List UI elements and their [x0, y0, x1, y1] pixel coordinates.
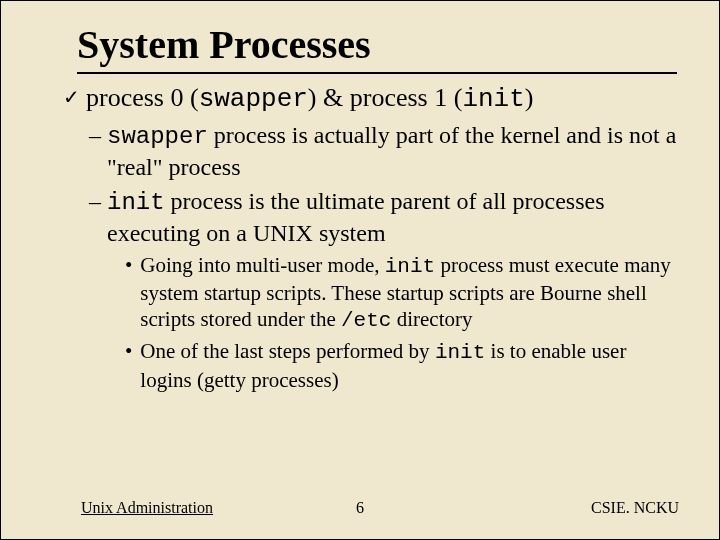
- bullet-level1: ✓ process 0 (swapper) & process 1 (init): [63, 82, 679, 116]
- text: process is the ultimate parent of all pr…: [107, 188, 604, 246]
- footer-left: Unix Administration: [81, 499, 213, 517]
- slide-content: System Processes ✓ process 0 (swapper) &…: [1, 1, 719, 393]
- bullet3b-text: One of the last steps performed by init …: [140, 338, 679, 393]
- bullet-level2: – swapper process is actually part of th…: [89, 120, 679, 182]
- bullet3a-text: Going into multi-user mode, init process…: [140, 252, 679, 335]
- text: ) & process 1 (: [308, 83, 463, 112]
- text: directory: [391, 307, 472, 331]
- text: process 0 (: [86, 83, 199, 112]
- code: swapper: [107, 123, 208, 150]
- code: init: [385, 255, 435, 278]
- dash-icon: –: [89, 120, 101, 151]
- bullet-level2: – init process is the ultimate parent of…: [89, 186, 679, 248]
- bullet1-text: process 0 (swapper) & process 1 (init): [86, 82, 533, 116]
- bullet-dot-icon: •: [125, 338, 132, 365]
- dash-icon: –: [89, 186, 101, 217]
- bullet2a-text: swapper process is actually part of the …: [107, 120, 679, 182]
- text: ): [525, 83, 534, 112]
- code: /etc: [341, 309, 391, 332]
- slide: System Processes ✓ process 0 (swapper) &…: [0, 0, 720, 540]
- bullet-level3: • Going into multi-user mode, init proce…: [125, 252, 679, 335]
- checkmark-icon: ✓: [63, 82, 80, 112]
- bullet-level3: • One of the last steps performed by ini…: [125, 338, 679, 393]
- text: Going into multi-user mode,: [140, 253, 384, 277]
- slide-footer: Unix Administration 6 CSIE. NCKU: [1, 499, 719, 517]
- footer-right: CSIE. NCKU: [591, 499, 679, 517]
- code: init: [435, 341, 485, 364]
- slide-title: System Processes: [77, 21, 679, 68]
- bullet2b-text: init process is the ultimate parent of a…: [107, 186, 679, 248]
- title-rule: [77, 72, 677, 74]
- code: init: [462, 84, 524, 114]
- bullet-dot-icon: •: [125, 252, 132, 279]
- code: swapper: [199, 84, 308, 114]
- code: init: [107, 189, 165, 216]
- page-number: 6: [356, 499, 364, 517]
- text: One of the last steps performed by: [140, 339, 435, 363]
